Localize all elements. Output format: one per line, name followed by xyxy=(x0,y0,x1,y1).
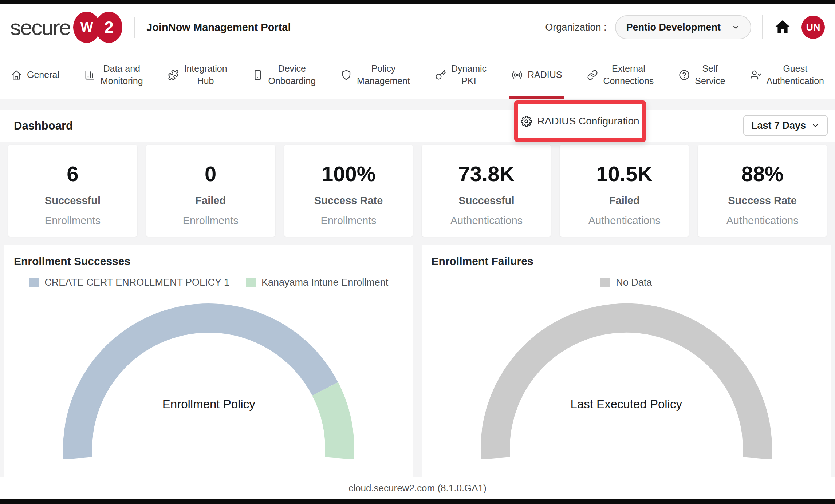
nav-item-data-and-monitoring[interactable]: Data andMonitoring xyxy=(84,51,143,99)
nav-item-radius[interactable]: RADIUS xyxy=(512,51,562,99)
stat-value: 10.5K xyxy=(596,162,653,186)
chart-title: Enrollment Failures xyxy=(422,245,831,267)
avatar[interactable]: UN xyxy=(801,16,825,39)
chart-title: Enrollment Successes xyxy=(4,245,413,267)
stat-value: 88% xyxy=(741,162,784,186)
chevron-down-icon xyxy=(732,23,740,32)
nav-item-dynamic-pki[interactable]: DynamicPKI xyxy=(435,51,487,99)
header-right: Organization : Pentio Development UN xyxy=(545,15,825,39)
gauge-arc xyxy=(473,295,779,466)
nav-item-label: SelfService xyxy=(695,63,725,87)
app-footer: cloud.securew2.com (8.1.0.GA1) xyxy=(0,477,835,499)
header-divider xyxy=(134,17,135,38)
home-icon xyxy=(11,70,22,80)
active-tab-underline xyxy=(509,96,564,99)
main-nav: GeneralData andMonitoringIntegrationHubD… xyxy=(0,51,835,99)
screen-bottom-strip xyxy=(0,499,835,504)
organization-value: Pentio Development xyxy=(626,22,721,33)
stat-card-success-rate-authentications: 88%Success RateAuthentications xyxy=(698,145,827,237)
chart-legend: No Data xyxy=(422,277,831,288)
home-button[interactable] xyxy=(774,19,791,36)
nav-item-external-connections[interactable]: ExternalConnections xyxy=(587,51,654,99)
organization-label: Organization : xyxy=(545,22,606,33)
date-range-label: Last 7 Days xyxy=(751,120,806,131)
shield-icon xyxy=(341,70,352,80)
nav-item-label: DeviceOnboarding xyxy=(268,63,316,87)
header-divider-2 xyxy=(762,15,763,39)
charts-row: Enrollment Successes CREATE CERT ENROLLM… xyxy=(0,237,835,477)
help-circle-icon xyxy=(679,70,690,80)
gear-icon xyxy=(521,116,532,127)
legend-item[interactable]: No Data xyxy=(600,277,652,288)
organization-select[interactable]: Pentio Development xyxy=(615,15,751,39)
date-range-button[interactable]: Last 7 Days xyxy=(743,115,828,136)
nav-item-device-onboarding[interactable]: DeviceOnboarding xyxy=(252,51,316,99)
chevron-down-icon xyxy=(811,121,820,130)
nav-item-integration-hub[interactable]: IntegrationHub xyxy=(168,51,227,99)
nav-item-guest-authentication[interactable]: GuestAuthentication xyxy=(751,51,824,99)
nav-item-label: PolicyManagement xyxy=(357,63,410,87)
nav-item-label: GuestAuthentication xyxy=(767,63,824,87)
enrollment-failures-panel: Enrollment Failures No Data Last Execute… xyxy=(422,245,831,477)
logo-text: secure xyxy=(10,15,70,40)
page-background-gap xyxy=(0,99,835,110)
stat-card-successful-authentications: 73.8KSuccessfulAuthentications xyxy=(422,145,551,237)
stat-label: Failed xyxy=(609,195,640,207)
nav-item-policy-management[interactable]: PolicyManagement xyxy=(341,51,410,99)
radius-configuration-label: RADIUS Configuration xyxy=(537,115,639,127)
stat-label: Successful xyxy=(45,195,101,207)
gauge-arc xyxy=(56,295,362,466)
nav-item-label: General xyxy=(27,69,59,81)
screen-top-strip xyxy=(0,0,835,4)
stat-value: 100% xyxy=(322,162,375,186)
nav-item-label: DynamicPKI xyxy=(451,63,487,87)
legend-label: Kanayama Intune Enrollment xyxy=(261,277,388,288)
stat-sublabel: Authentications xyxy=(726,215,798,227)
stat-sublabel: Enrollments xyxy=(183,215,239,227)
nav-item-label: Data andMonitoring xyxy=(101,63,143,87)
legend-swatch xyxy=(600,278,610,287)
stat-value: 6 xyxy=(67,162,78,186)
nav-item-general[interactable]: General xyxy=(11,51,59,99)
stat-label: Success Rate xyxy=(728,195,797,207)
home-icon xyxy=(774,19,791,36)
stat-value: 73.8K xyxy=(458,162,515,186)
smartphone-icon xyxy=(252,70,263,80)
nav-item-label: ExternalConnections xyxy=(603,63,654,87)
gauge-center-label: Last Executed Policy xyxy=(473,397,779,411)
stat-sublabel: Authentications xyxy=(588,215,661,227)
stat-card-failed-authentications: 10.5KFailedAuthentications xyxy=(560,145,689,237)
gauge-center-label: Enrollment Policy xyxy=(56,397,362,411)
legend-swatch xyxy=(246,278,256,287)
stat-card-success-rate-enrollments: 100%Success RateEnrollments xyxy=(284,145,413,237)
footer-text: cloud.securew2.com (8.1.0.GA1) xyxy=(348,483,487,494)
logo-badge-w: W xyxy=(73,12,100,43)
legend-item[interactable]: Kanayama Intune Enrollment xyxy=(246,277,388,288)
portal-title: JoinNow Management Portal xyxy=(146,21,291,33)
legend-item[interactable]: CREATE CERT ENROLLMENT POLICY 1 xyxy=(29,277,229,288)
bar-chart-icon xyxy=(84,70,95,80)
legend-swatch xyxy=(29,278,39,287)
stat-label: Successful xyxy=(458,195,514,207)
gauge-chart: Last Executed Policy xyxy=(473,295,779,467)
securew2-logo[interactable]: secure W 2 xyxy=(10,12,122,43)
key-icon xyxy=(435,70,446,80)
user-check-icon xyxy=(751,70,761,80)
dashboard-toolbar: Dashboard Last 7 Days xyxy=(0,110,835,142)
nav-item-label: IntegrationHub xyxy=(184,63,227,87)
enrollment-successes-panel: Enrollment Successes CREATE CERT ENROLLM… xyxy=(4,245,413,477)
legend-label: CREATE CERT ENROLLMENT POLICY 1 xyxy=(44,277,229,288)
radius-configuration-menu-item-highlighted[interactable]: RADIUS Configuration xyxy=(514,100,646,142)
stat-card-failed-enrollments: 0FailedEnrollments xyxy=(146,145,275,237)
stat-label: Failed xyxy=(195,195,226,207)
gauge-segment xyxy=(78,318,325,458)
puzzle-icon xyxy=(168,70,179,80)
nav-item-self-service[interactable]: SelfService xyxy=(679,51,725,99)
stat-card-successful-enrollments: 6SuccessfulEnrollments xyxy=(8,145,137,237)
stats-row: 6SuccessfulEnrollments0FailedEnrollments… xyxy=(0,142,835,237)
page-title: Dashboard xyxy=(14,119,73,132)
stat-label: Success Rate xyxy=(314,195,383,207)
legend-label: No Data xyxy=(616,277,652,288)
stat-sublabel: Authentications xyxy=(450,215,523,227)
stat-sublabel: Enrollments xyxy=(45,215,101,227)
